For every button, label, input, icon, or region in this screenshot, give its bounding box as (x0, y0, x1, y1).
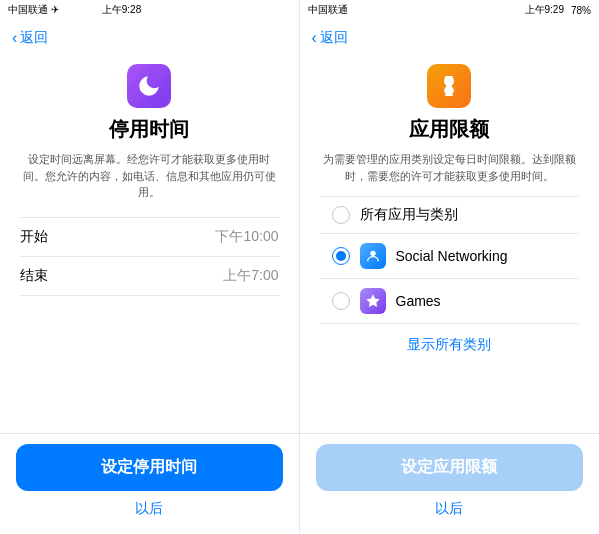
set-app-limits-button[interactable]: 设定应用限额 (316, 444, 584, 491)
end-row[interactable]: 结束 上午7:00 (20, 257, 279, 296)
battery-right: 78% (571, 5, 591, 16)
right-footer: 设定应用限额 以后 (300, 433, 600, 534)
left-desc: 设定时间远离屏幕。经您许可才能获取更多使用时间。您允许的内容，如电话、信息和其他… (20, 151, 279, 201)
list-item-social[interactable]: Social Networking (320, 234, 580, 279)
right-content: 应用限额 为需要管理的应用类别设定每日时间限额。达到限额时，需要您的许可才能获取… (300, 56, 600, 433)
set-downtime-button[interactable]: 设定停用时间 (16, 444, 283, 491)
settings-section: 开始 下午10:00 结束 上午7:00 (20, 217, 279, 296)
carrier-right: 中国联通 (308, 3, 348, 17)
end-value: 上午7:00 (223, 267, 278, 285)
back-label-left: 返回 (20, 29, 48, 47)
status-bar-left: 中国联通 ✈ 上午9:28 (0, 0, 299, 20)
status-bar-right-content: 中国联通 上午9:29 78% (300, 0, 600, 20)
back-button-right[interactable]: ‹ 返回 (312, 29, 348, 47)
end-label: 结束 (20, 267, 48, 285)
carrier-left: 中国联通 ✈ (8, 3, 59, 17)
games-svg (365, 293, 381, 309)
left-title: 停用时间 (109, 116, 189, 143)
back-button-left[interactable]: ‹ 返回 (12, 29, 48, 47)
svg-rect-1 (445, 94, 453, 96)
games-icon (360, 288, 386, 314)
later-button-left[interactable]: 以后 (16, 500, 283, 518)
svg-rect-0 (445, 76, 453, 78)
app-limits-icon (427, 64, 471, 108)
start-label: 开始 (20, 228, 48, 246)
chevron-right-icon: ‹ (312, 29, 317, 47)
time-right: 上午9:29 (525, 3, 564, 17)
app-list: 所有应用与类别 Social Networking (320, 196, 580, 433)
list-item-games[interactable]: Games (320, 279, 580, 324)
status-bar-left-content: 中国联通 ✈ 上午9:28 (0, 0, 149, 20)
left-content: 停用时间 设定时间远离屏幕。经您许可才能获取更多使用时间。您允许的内容，如电话、… (0, 56, 299, 433)
left-panel: 中国联通 ✈ 上午9:28 ‹ 返回 停用时间 设定时间远离屏幕。经您许可才能获… (0, 0, 300, 534)
time-left: 上午9:28 (102, 3, 141, 17)
left-footer: 设定停用时间 以后 (0, 433, 299, 534)
radio-dot-social (336, 251, 346, 261)
list-item-all[interactable]: 所有应用与类别 (320, 196, 580, 234)
right-title: 应用限额 (409, 116, 489, 143)
downtime-icon (127, 64, 171, 108)
start-value: 下午10:00 (215, 228, 278, 246)
start-row[interactable]: 开始 下午10:00 (20, 218, 279, 257)
hourglass-svg (437, 74, 461, 98)
chevron-left-icon: ‹ (12, 29, 17, 47)
right-desc: 为需要管理的应用类别设定每日时间限额。达到限额时，需要您的许可才能获取更多使用时… (320, 151, 580, 184)
show-all-categories-link[interactable]: 显示所有类别 (320, 324, 580, 366)
later-button-right[interactable]: 以后 (316, 500, 584, 518)
all-apps-label: 所有应用与类别 (360, 206, 458, 224)
radio-games[interactable] (332, 292, 350, 310)
nav-bar-left: ‹ 返回 (0, 20, 299, 56)
status-bar-right: 中国联通 上午9:29 78% (300, 0, 600, 20)
moon-svg (136, 73, 162, 99)
svg-point-2 (370, 251, 375, 256)
social-label: Social Networking (396, 248, 508, 264)
games-label: Games (396, 293, 441, 309)
radio-social[interactable] (332, 247, 350, 265)
right-panel: 中国联通 上午9:29 78% ‹ 返回 应用限额 为需要管理的应用类别设定每日… (300, 0, 600, 534)
nav-bar-right: ‹ 返回 (300, 20, 600, 56)
social-svg (365, 248, 381, 264)
radio-all[interactable] (332, 206, 350, 224)
social-networking-icon (360, 243, 386, 269)
back-label-right: 返回 (320, 29, 348, 47)
